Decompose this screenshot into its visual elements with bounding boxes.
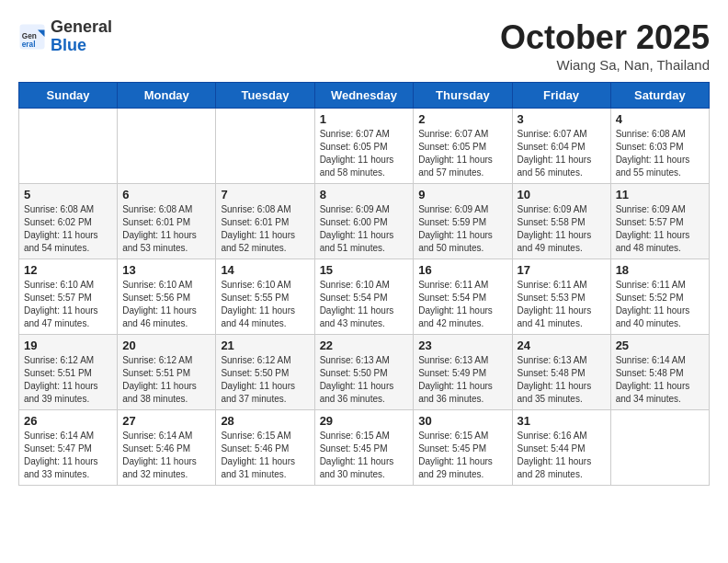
day-number: 8: [320, 188, 409, 201]
calendar-cell: 8Sunrise: 6:09 AM Sunset: 6:00 PM Daylig…: [314, 184, 414, 259]
day-info: Sunrise: 6:14 AM Sunset: 5:48 PM Dayligh…: [616, 354, 704, 406]
day-info: Sunrise: 6:11 AM Sunset: 5:52 PM Dayligh…: [616, 279, 704, 330]
calendar-cell: 27Sunrise: 6:14 AM Sunset: 5:46 PM Dayli…: [118, 410, 216, 486]
day-number: 3: [518, 112, 606, 126]
day-number: 15: [320, 263, 409, 277]
calendar-week-2: 5Sunrise: 6:08 AM Sunset: 6:02 PM Daylig…: [19, 184, 710, 259]
day-info: Sunrise: 6:10 AM Sunset: 5:56 PM Dayligh…: [122, 279, 210, 330]
day-number: 2: [418, 112, 506, 126]
calendar-cell: 3Sunrise: 6:07 AM Sunset: 6:04 PM Daylig…: [512, 109, 610, 184]
calendar-cell: 13Sunrise: 6:10 AM Sunset: 5:56 PM Dayli…: [118, 259, 216, 335]
day-number: 6: [122, 188, 210, 201]
day-number: 13: [122, 263, 210, 277]
calendar-cell: 2Sunrise: 6:07 AM Sunset: 6:05 PM Daylig…: [414, 109, 512, 184]
day-info: Sunrise: 6:13 AM Sunset: 5:49 PM Dayligh…: [418, 354, 506, 406]
day-number: 29: [320, 414, 409, 428]
day-number: 17: [518, 263, 606, 277]
calendar-cell: 17Sunrise: 6:11 AM Sunset: 5:53 PM Dayli…: [512, 259, 610, 335]
calendar-cell: 30Sunrise: 6:15 AM Sunset: 5:45 PM Dayli…: [414, 410, 512, 486]
calendar-cell: 31Sunrise: 6:16 AM Sunset: 5:44 PM Dayli…: [512, 410, 610, 486]
day-info: Sunrise: 6:09 AM Sunset: 6:00 PM Dayligh…: [320, 203, 409, 255]
day-number: 9: [418, 188, 506, 201]
day-header-monday: Monday: [118, 83, 216, 109]
calendar-cell: 24Sunrise: 6:13 AM Sunset: 5:48 PM Dayli…: [512, 335, 610, 410]
calendar-cell: 12Sunrise: 6:10 AM Sunset: 5:57 PM Dayli…: [19, 259, 118, 335]
day-info: Sunrise: 6:07 AM Sunset: 6:05 PM Dayligh…: [418, 128, 506, 179]
day-number: 18: [616, 263, 704, 277]
day-number: 10: [518, 188, 606, 201]
day-info: Sunrise: 6:15 AM Sunset: 5:46 PM Dayligh…: [221, 430, 309, 481]
calendar-cell: 29Sunrise: 6:15 AM Sunset: 5:45 PM Dayli…: [314, 410, 414, 486]
calendar-body: 1Sunrise: 6:07 AM Sunset: 6:05 PM Daylig…: [19, 109, 710, 486]
calendar-cell: 20Sunrise: 6:12 AM Sunset: 5:51 PM Dayli…: [118, 335, 216, 410]
calendar-cell: 26Sunrise: 6:14 AM Sunset: 5:47 PM Dayli…: [19, 410, 118, 486]
day-info: Sunrise: 6:12 AM Sunset: 5:51 PM Dayligh…: [122, 354, 210, 406]
day-info: Sunrise: 6:08 AM Sunset: 6:02 PM Dayligh…: [24, 203, 112, 255]
calendar-cell: 11Sunrise: 6:09 AM Sunset: 5:57 PM Dayli…: [610, 184, 709, 259]
calendar-cell: 15Sunrise: 6:10 AM Sunset: 5:54 PM Dayli…: [314, 259, 414, 335]
day-info: Sunrise: 6:09 AM Sunset: 5:59 PM Dayligh…: [418, 203, 506, 255]
day-number: 26: [24, 414, 112, 428]
calendar-cell: 4Sunrise: 6:08 AM Sunset: 6:03 PM Daylig…: [610, 109, 709, 184]
calendar-header: SundayMondayTuesdayWednesdayThursdayFrid…: [19, 83, 710, 109]
day-header-thursday: Thursday: [414, 83, 512, 109]
day-number: 19: [24, 339, 112, 352]
day-info: Sunrise: 6:16 AM Sunset: 5:44 PM Dayligh…: [518, 430, 606, 481]
day-info: Sunrise: 6:15 AM Sunset: 5:45 PM Dayligh…: [418, 430, 506, 481]
day-number: 5: [24, 188, 112, 201]
calendar-cell: 5Sunrise: 6:08 AM Sunset: 6:02 PM Daylig…: [19, 184, 118, 259]
calendar-cell: 25Sunrise: 6:14 AM Sunset: 5:48 PM Dayli…: [610, 335, 709, 410]
day-header-friday: Friday: [512, 83, 610, 109]
day-number: 25: [616, 339, 704, 352]
svg-text:Gen: Gen: [22, 31, 37, 40]
day-number: 22: [320, 339, 409, 352]
day-info: Sunrise: 6:08 AM Sunset: 6:03 PM Dayligh…: [616, 128, 704, 179]
calendar-cell: [19, 109, 118, 184]
logo-icon: Gen eral: [18, 23, 46, 51]
day-info: Sunrise: 6:12 AM Sunset: 5:50 PM Dayligh…: [221, 354, 309, 406]
header-row: SundayMondayTuesdayWednesdayThursdayFrid…: [19, 83, 710, 109]
day-info: Sunrise: 6:07 AM Sunset: 6:04 PM Dayligh…: [518, 128, 606, 179]
day-header-tuesday: Tuesday: [216, 83, 314, 109]
day-info: Sunrise: 6:14 AM Sunset: 5:47 PM Dayligh…: [24, 430, 112, 481]
calendar-table: SundayMondayTuesdayWednesdayThursdayFrid…: [18, 82, 710, 486]
logo-blue-text: Blue: [51, 37, 112, 55]
day-info: Sunrise: 6:09 AM Sunset: 5:57 PM Dayligh…: [616, 203, 704, 255]
logo-text: General Blue: [51, 18, 112, 55]
day-number: 1: [320, 112, 409, 126]
day-info: Sunrise: 6:10 AM Sunset: 5:55 PM Dayligh…: [221, 279, 309, 330]
day-info: Sunrise: 6:07 AM Sunset: 6:05 PM Dayligh…: [320, 128, 409, 179]
calendar-week-5: 26Sunrise: 6:14 AM Sunset: 5:47 PM Dayli…: [19, 410, 710, 486]
day-number: 21: [221, 339, 309, 352]
month-title: October 2025: [500, 18, 710, 57]
day-info: Sunrise: 6:13 AM Sunset: 5:50 PM Dayligh…: [320, 354, 409, 406]
day-number: 16: [418, 263, 506, 277]
calendar-cell: [610, 410, 709, 486]
calendar-cell: 14Sunrise: 6:10 AM Sunset: 5:55 PM Dayli…: [216, 259, 314, 335]
calendar-week-1: 1Sunrise: 6:07 AM Sunset: 6:05 PM Daylig…: [19, 109, 710, 184]
calendar-cell: 6Sunrise: 6:08 AM Sunset: 6:01 PM Daylig…: [118, 184, 216, 259]
day-number: 20: [122, 339, 210, 352]
day-number: 24: [518, 339, 606, 352]
calendar-cell: 18Sunrise: 6:11 AM Sunset: 5:52 PM Dayli…: [610, 259, 709, 335]
day-number: 28: [221, 414, 309, 428]
day-number: 7: [221, 188, 309, 201]
calendar-cell: [118, 109, 216, 184]
day-info: Sunrise: 6:13 AM Sunset: 5:48 PM Dayligh…: [518, 354, 606, 406]
day-number: 30: [418, 414, 506, 428]
calendar-cell: 23Sunrise: 6:13 AM Sunset: 5:49 PM Dayli…: [414, 335, 512, 410]
day-header-saturday: Saturday: [610, 83, 709, 109]
day-info: Sunrise: 6:10 AM Sunset: 5:57 PM Dayligh…: [24, 279, 112, 330]
day-header-wednesday: Wednesday: [314, 83, 414, 109]
day-info: Sunrise: 6:14 AM Sunset: 5:46 PM Dayligh…: [122, 430, 210, 481]
logo-general-text: General: [51, 18, 112, 37]
day-info: Sunrise: 6:09 AM Sunset: 5:58 PM Dayligh…: [518, 203, 606, 255]
calendar-cell: 19Sunrise: 6:12 AM Sunset: 5:51 PM Dayli…: [19, 335, 118, 410]
logo: Gen eral General Blue: [18, 18, 112, 55]
day-number: 4: [616, 112, 704, 126]
day-info: Sunrise: 6:08 AM Sunset: 6:01 PM Dayligh…: [221, 203, 309, 255]
day-number: 14: [221, 263, 309, 277]
calendar-cell: 1Sunrise: 6:07 AM Sunset: 6:05 PM Daylig…: [314, 109, 414, 184]
day-info: Sunrise: 6:12 AM Sunset: 5:51 PM Dayligh…: [24, 354, 112, 406]
calendar-cell: 16Sunrise: 6:11 AM Sunset: 5:54 PM Dayli…: [414, 259, 512, 335]
